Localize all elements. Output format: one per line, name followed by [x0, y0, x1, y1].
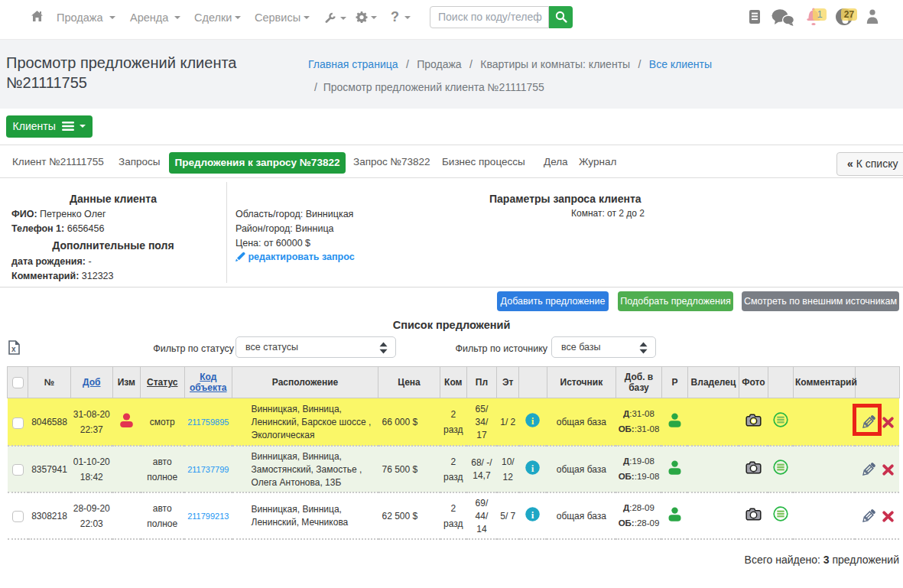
svg-text:i: i: [531, 462, 534, 473]
svg-text:x: x: [11, 345, 16, 353]
svg-text:i: i: [531, 414, 534, 426]
svg-text:i: i: [531, 508, 534, 520]
